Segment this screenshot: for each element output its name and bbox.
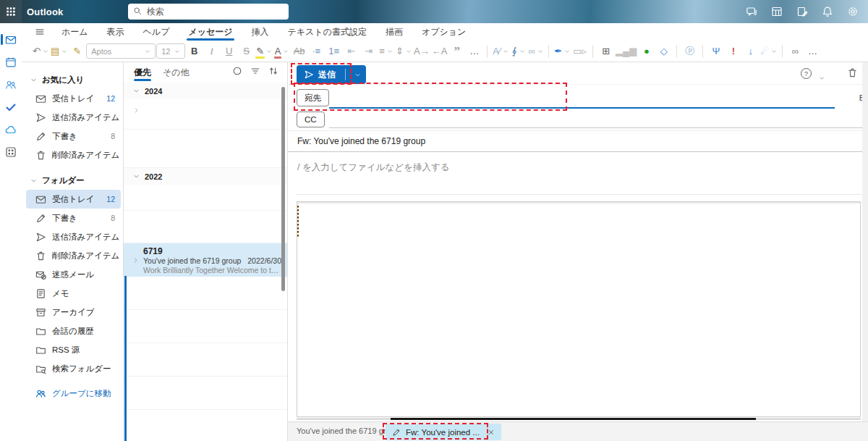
fav-deleted[interactable]: 削除済みアイテム bbox=[26, 146, 121, 164]
teams-chat-icon[interactable] bbox=[745, 5, 758, 18]
horizontal-scrollbar-thumb[interactable] bbox=[391, 418, 756, 420]
subject-field[interactable]: Fw: You've joined the 6719 group bbox=[288, 131, 868, 152]
go-to-groups-link[interactable]: グループに移動 bbox=[35, 388, 123, 399]
select-circle-icon[interactable] bbox=[232, 66, 242, 79]
body-placeholder[interactable]: / を入力してファイルなどを挿入する bbox=[297, 161, 868, 174]
sort-icon[interactable] bbox=[268, 66, 278, 79]
list-item[interactable] bbox=[124, 343, 287, 377]
ink-editor-icon[interactable]: A⁄ bbox=[492, 43, 509, 60]
fav-drafts[interactable]: 下書き 8 bbox=[26, 127, 121, 146]
draft-tab[interactable]: Fw: You've joined ... bbox=[386, 424, 501, 440]
office-apps-icon[interactable] bbox=[770, 5, 783, 18]
folder-deleted[interactable]: 削除済みアイテム bbox=[26, 246, 121, 265]
attach-icon[interactable]: ∮ bbox=[510, 43, 527, 60]
mention-leaf-icon[interactable]: ● bbox=[638, 43, 655, 60]
search-box[interactable] bbox=[128, 4, 289, 20]
list-tab-focused[interactable]: 優先 bbox=[134, 62, 151, 83]
folder-search[interactable]: 検索フォルダー bbox=[26, 359, 121, 378]
permission-icon[interactable]: Ⓟ bbox=[681, 43, 698, 60]
folder-rss[interactable]: RSS 源 bbox=[26, 340, 121, 359]
underline-icon[interactable]: U bbox=[221, 43, 237, 60]
loop-icon[interactable]: ◇ bbox=[655, 43, 672, 60]
tab-options[interactable]: オプション bbox=[412, 23, 475, 41]
list-tab-other[interactable]: その他 bbox=[163, 62, 190, 83]
chevron-right-icon[interactable] bbox=[133, 107, 140, 114]
cc-input-underline[interactable] bbox=[329, 127, 862, 128]
chevron-down-icon[interactable] bbox=[819, 71, 825, 84]
folder-drafts[interactable]: 下書き 8 bbox=[26, 209, 121, 227]
app-launcher-button[interactable] bbox=[0, 0, 22, 23]
conversation-tab[interactable]: You've joined the 6719 gro... bbox=[297, 427, 397, 435]
signature-icon[interactable]: ✒ bbox=[553, 43, 571, 60]
sweep-icon[interactable]: ☄ bbox=[760, 43, 778, 60]
bold-icon[interactable]: B bbox=[186, 43, 203, 60]
filter-icon[interactable] bbox=[250, 66, 260, 79]
rtl-icon[interactable]: ←A bbox=[431, 43, 448, 60]
app-title[interactable]: Outlook bbox=[27, 7, 64, 17]
list-item[interactable] bbox=[124, 130, 287, 168]
folder-history[interactable]: 会話の履歴 bbox=[26, 322, 121, 340]
folder-sent[interactable]: 送信済みアイテム bbox=[26, 227, 121, 246]
outdent-icon[interactable]: ⇤ bbox=[343, 43, 359, 60]
folder-inbox[interactable]: 受信トレイ 12 bbox=[26, 190, 121, 209]
tab-message[interactable]: メッセージ bbox=[179, 23, 242, 41]
quoted-message-box[interactable] bbox=[297, 201, 861, 417]
reader-icon[interactable]: ∞ bbox=[787, 43, 804, 60]
folders-header[interactable]: フォルダー bbox=[22, 172, 123, 190]
importance-low-icon[interactable]: ↓ bbox=[742, 43, 759, 60]
search-input[interactable] bbox=[128, 4, 289, 20]
folder-archive[interactable]: アーカイブ bbox=[26, 303, 121, 322]
rail-onedrive-icon[interactable] bbox=[0, 118, 22, 140]
list-item[interactable]: 2024 bbox=[124, 83, 287, 99]
list-item[interactable] bbox=[124, 277, 287, 310]
list-item[interactable] bbox=[124, 410, 287, 441]
tab-insert[interactable]: 挿入 bbox=[242, 23, 278, 41]
italic-icon[interactable]: I bbox=[203, 43, 220, 60]
table-icon[interactable]: ⊞ bbox=[597, 43, 614, 60]
cc-button[interactable]: CC bbox=[297, 112, 325, 127]
video-clip-icon[interactable]: ▭▹ bbox=[571, 43, 588, 60]
indent-icon[interactable]: ⇥ bbox=[360, 43, 377, 60]
list-item[interactable]: 2022 bbox=[124, 168, 287, 185]
list-item[interactable] bbox=[124, 211, 287, 243]
list-item[interactable] bbox=[124, 99, 287, 130]
list-item[interactable] bbox=[124, 377, 287, 410]
chevron-right-icon[interactable] bbox=[132, 257, 139, 264]
strikethrough-icon[interactable]: S bbox=[238, 43, 255, 60]
align-icon[interactable]: ≡ bbox=[378, 43, 394, 60]
list-item[interactable] bbox=[124, 185, 287, 211]
rail-calendar-icon[interactable] bbox=[0, 51, 22, 73]
tab-text-format[interactable]: テキストの書式設定 bbox=[278, 23, 376, 41]
rail-mail-icon[interactable] bbox=[0, 28, 22, 51]
to-button[interactable]: 宛先 bbox=[297, 89, 329, 106]
bullet-list-icon[interactable]: ∙≡ bbox=[308, 43, 325, 60]
dictate-mic-icon[interactable]: Ψ bbox=[707, 43, 724, 60]
link-icon[interactable]: ∞ bbox=[527, 43, 544, 60]
paste-icon[interactable]: ▤ bbox=[50, 43, 68, 60]
vertical-scrollbar[interactable] bbox=[862, 62, 868, 421]
send-button[interactable]: 送信 bbox=[297, 65, 366, 84]
importance-high-icon[interactable]: ! bbox=[725, 43, 741, 60]
settings-gear-icon[interactable] bbox=[846, 5, 859, 18]
list-item[interactable] bbox=[124, 310, 287, 343]
discard-trash-icon[interactable] bbox=[847, 67, 858, 81]
list-scrollbar[interactable] bbox=[281, 87, 285, 291]
folder-notes[interactable]: メモ bbox=[26, 284, 121, 303]
line-spacing-icon[interactable]: ⇕ bbox=[395, 43, 412, 60]
nav-menu-icon[interactable] bbox=[35, 27, 45, 37]
font-size-select[interactable]: 12 bbox=[156, 43, 185, 59]
tab-help[interactable]: ヘルプ bbox=[134, 23, 179, 41]
format-painter-icon[interactable]: ✎ bbox=[69, 43, 85, 60]
favorites-header[interactable]: お気に入り bbox=[22, 71, 123, 89]
number-list-icon[interactable]: 1≡ bbox=[326, 43, 342, 60]
send-options-chevron-icon[interactable] bbox=[350, 72, 365, 78]
clear-format-icon[interactable]: Ab bbox=[291, 43, 307, 60]
poll-icon[interactable]: ▂▄▆ bbox=[615, 43, 637, 60]
tab-view[interactable]: 表示 bbox=[98, 23, 134, 41]
list-item[interactable]: 6719 You've joined the 6719 group 2022/6… bbox=[124, 243, 287, 277]
fav-sent[interactable]: 送信済みアイテム bbox=[26, 108, 121, 127]
rail-more-apps-icon[interactable] bbox=[0, 140, 22, 163]
undo-icon[interactable]: ↶ bbox=[32, 43, 49, 60]
highlight-icon[interactable]: ✎ bbox=[255, 43, 273, 60]
rail-people-icon[interactable] bbox=[0, 73, 22, 96]
